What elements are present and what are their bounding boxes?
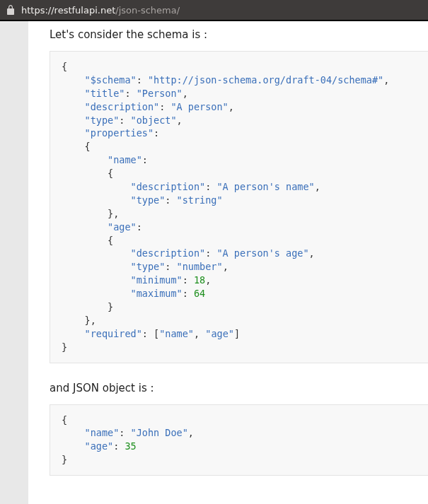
object-code-block: { "name": "John Doe", "age": 35 } bbox=[50, 404, 428, 476]
intro-text: Let's consider the schema is : bbox=[50, 28, 428, 41]
url-path: /json-schema/ bbox=[115, 5, 180, 16]
address-bar[interactable]: https://restfulapi.net/json-schema/ bbox=[0, 0, 428, 20]
schema-code-block: { "$schema": "http://json-schema.org/dra… bbox=[50, 51, 428, 363]
page-gutter: Let's consider the schema is : { "$schem… bbox=[0, 21, 428, 504]
lock-icon bbox=[6, 5, 16, 15]
article: Let's consider the schema is : { "$schem… bbox=[28, 21, 428, 504]
url-host: https://restfulapi.net bbox=[21, 5, 115, 16]
mid-text: and JSON object is : bbox=[50, 382, 428, 394]
